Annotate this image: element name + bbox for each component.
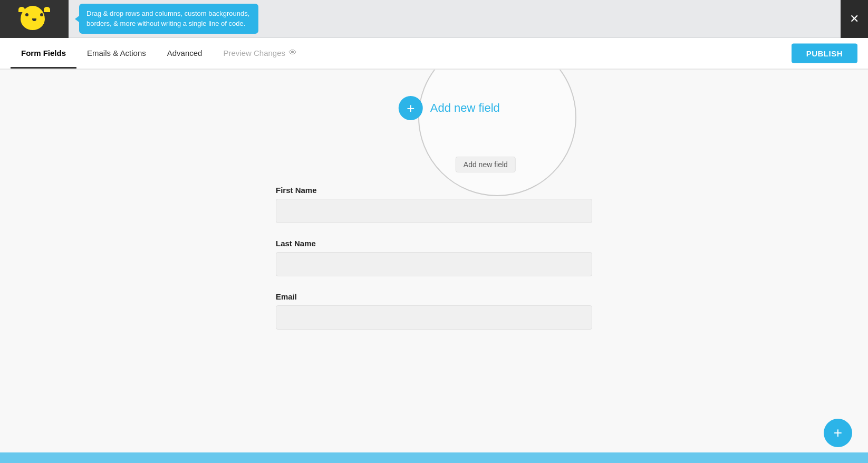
- close-icon: ✕: [850, 12, 859, 26]
- close-button[interactable]: ✕: [841, 0, 868, 38]
- top-bar: Drag & drop rows and columns, custom bac…: [0, 0, 868, 38]
- tab-form-fields-label: Form Fields: [21, 49, 66, 57]
- add-field-tooltip: Add new field: [456, 157, 516, 172]
- form-area: First Name Last Name Email: [276, 186, 592, 330]
- bottom-banner: [0, 452, 868, 463]
- tab-advanced-label: Advanced: [167, 49, 202, 57]
- last-name-group: Last Name: [276, 239, 592, 276]
- mailchimp-logo: [18, 6, 50, 32]
- first-name-input[interactable]: [276, 199, 592, 223]
- first-name-group: First Name: [276, 186, 592, 223]
- tab-preview-changes-label: Preview Changes: [223, 49, 285, 57]
- tab-preview-changes[interactable]: Preview Changes 👁: [213, 37, 307, 69]
- tooltip-bubble: Drag & drop rows and columns, custom bac…: [79, 4, 258, 33]
- tooltip-text: Drag & drop rows and columns, custom bac…: [86, 9, 249, 27]
- bottom-add-button[interactable]: +: [824, 419, 852, 447]
- email-group: Email: [276, 292, 592, 330]
- tab-emails-actions[interactable]: Emails & Actions: [76, 37, 157, 69]
- publish-button[interactable]: PUBLISH: [792, 44, 857, 63]
- eye-icon: 👁: [288, 48, 297, 57]
- logo-area: [0, 0, 69, 38]
- main-content: + Add new field Add new field First Name…: [0, 70, 868, 463]
- email-label: Email: [276, 292, 592, 301]
- tab-emails-actions-label: Emails & Actions: [87, 49, 146, 57]
- last-name-label: Last Name: [276, 239, 592, 248]
- last-name-input[interactable]: [276, 252, 592, 276]
- first-name-label: First Name: [276, 186, 592, 195]
- add-new-field-button[interactable]: + Add new field Add new field: [399, 96, 500, 120]
- nav-tabs: Form Fields Emails & Actions Advanced Pr…: [0, 38, 868, 70]
- circle-overlay: [418, 70, 576, 196]
- add-new-field-label: Add new field: [430, 101, 500, 115]
- bottom-plus-icon: +: [834, 425, 842, 441]
- add-field-plus-icon: +: [399, 96, 423, 120]
- tab-form-fields[interactable]: Form Fields: [11, 37, 76, 69]
- tab-advanced[interactable]: Advanced: [157, 37, 213, 69]
- email-input[interactable]: [276, 305, 592, 330]
